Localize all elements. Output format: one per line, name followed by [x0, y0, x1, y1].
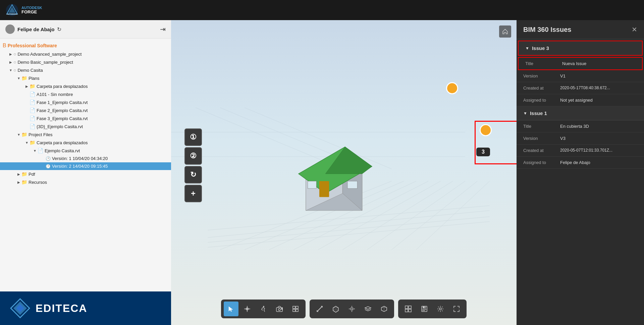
- grid-btn[interactable]: [401, 302, 416, 316]
- svg-line-20: [196, 108, 342, 169]
- explode-btn[interactable]: [344, 302, 359, 316]
- folder-project-files-icon: 📁: [21, 132, 27, 137]
- tree-item-fase3[interactable]: 📄 Fase 3_Ejemplo Casita.rvt: [0, 114, 171, 122]
- folder-recursos-icon: 📁: [21, 179, 27, 185]
- model-btn[interactable]: [377, 302, 391, 316]
- user-avatar: [5, 24, 15, 34]
- svg-rect-42: [296, 309, 298, 312]
- toolbar-btn-rotate[interactable]: ↻: [184, 166, 202, 183]
- fullscreen-btn[interactable]: [449, 302, 464, 316]
- save-view-btn[interactable]: [417, 302, 432, 316]
- issue-marker-3-container: 3: [480, 124, 492, 136]
- viewer-home-button[interactable]: [499, 25, 511, 38]
- issue-marker-3[interactable]: [480, 124, 492, 136]
- tree-item-demo-basic[interactable]: ▶ ○ Demo Basic_sample_project: [0, 58, 171, 66]
- fit-tool-btn[interactable]: [288, 302, 303, 316]
- editeca-label: EDITECA: [36, 302, 87, 315]
- issue-1-created-value: 2020-05-07T12:01:33.701Z...: [560, 148, 612, 153]
- icon-a101: 📄: [30, 92, 35, 97]
- svg-line-22: [245, 108, 391, 169]
- save-view-icon: [421, 305, 428, 313]
- label-carpeta2: Carpeta para desplazados: [37, 140, 88, 145]
- toolbar-btn-2-label: ②: [190, 152, 197, 160]
- icon-demo-basic: ○: [13, 59, 16, 65]
- viewer-bottom-toolbars: [221, 300, 467, 318]
- bottom-brand: EDITECA: [0, 291, 171, 325]
- tree-item-demo-advanced[interactable]: ▶ ○ Demo Advanced_sample_project: [0, 50, 171, 58]
- tree-item-a101[interactable]: 📄 A101 - Sin nombre: [0, 90, 171, 98]
- tree-item-carpeta1[interactable]: ▶ 📁 Carpeta para desplazados: [0, 82, 171, 90]
- tree-item-fase2[interactable]: 📄 Fase 2_Ejemplo Casita.rvt: [0, 106, 171, 114]
- pan-tool-icon: [244, 305, 251, 313]
- home-icon: [502, 28, 508, 35]
- svg-rect-30: [319, 181, 329, 197]
- toolbar-btn-1[interactable]: ①: [184, 128, 202, 146]
- issue-1-header[interactable]: ▼ Issue 1: [517, 106, 644, 120]
- issue-3-header[interactable]: ▼ Issue 3: [518, 41, 643, 56]
- bim-issues-panel: BIM 360 Issues ✕ ▼ Issue 3 Title Nueva I…: [517, 20, 644, 325]
- issue-1-title-label: Title: [523, 124, 560, 129]
- sidebar-content: B Professional Software ▶ ○ Demo Advance…: [0, 39, 171, 291]
- refresh-icon[interactable]: ↻: [57, 26, 61, 33]
- tree-item-carpeta2[interactable]: ▼ 📁 Carpeta para desplazados: [0, 139, 171, 147]
- tree-item-plans[interactable]: ▼ 📁 Plans: [0, 74, 171, 82]
- issue-3-created-value: 2020-05-17T08:40:38.672...: [560, 86, 610, 90]
- svg-rect-41: [293, 309, 295, 312]
- section-btn[interactable]: [328, 302, 343, 316]
- issue-marker-1[interactable]: [446, 82, 458, 94]
- label-carpeta1: Carpeta para desplazados: [37, 84, 88, 89]
- left-sidebar: Felipe de Abajo ↻ ⇥ B Professional Softw…: [0, 20, 171, 325]
- tree-item-version2[interactable]: 🕐 Versión: 2 14/04/20 09:15:45: [0, 162, 171, 170]
- issue-1-created-row: Created at 2020-05-07T12:01:33.701Z...: [517, 145, 644, 157]
- tree-item-3d[interactable]: 📄 {3D}_Ejemplo Casita.rvt: [0, 122, 171, 130]
- tree-item-ejemplo-casita[interactable]: ▼ 📄 Ejemplo Casita.rvt: [0, 147, 171, 155]
- layers-btn[interactable]: [361, 302, 375, 316]
- folder-carpeta1-icon: 📁: [30, 84, 35, 89]
- label-project-files: Project Files: [29, 132, 53, 137]
- walk-tool-icon: [260, 305, 267, 313]
- arrow-project-files: ▼: [16, 133, 21, 137]
- nav-toolbar-group: [221, 300, 306, 318]
- measure-btn[interactable]: [312, 302, 327, 316]
- folder-plans-icon: 📁: [21, 75, 27, 81]
- tree-item-demo-casita[interactable]: ▼ ○ Demo Casita: [0, 66, 171, 74]
- tree-item-project-files[interactable]: ▼ 📁 Project Files: [0, 130, 171, 139]
- toolbar-btn-add[interactable]: +: [184, 185, 202, 202]
- label-demo-basic: Demo Basic_sample_project: [17, 60, 73, 65]
- issue-1-title-value: En cubierta 3D: [560, 124, 589, 129]
- tree-item-version1[interactable]: 🕐 Versión: 1 10/04/20 04:34:20: [0, 155, 171, 162]
- svg-line-14: [391, 181, 477, 250]
- label-demo-casita: Demo Casita: [17, 68, 43, 73]
- fit-tool-icon: [292, 305, 299, 313]
- panel-close-button[interactable]: ✕: [632, 25, 637, 34]
- issue-3-created-label: Created at: [523, 86, 560, 91]
- label-fase2: Fase 2_Ejemplo Casita.rvt: [37, 108, 88, 113]
- grid-icon: [405, 305, 412, 313]
- icon-demo-advanced: ○: [13, 51, 16, 57]
- issue-1-title-row: Title En cubierta 3D: [517, 120, 644, 132]
- svg-point-57: [439, 308, 441, 310]
- tree-root-item[interactable]: B Professional Software: [0, 41, 171, 50]
- sidebar-header-left: Felipe de Abajo ↻: [5, 24, 61, 34]
- issue-1-assigned-row: Assigned to Felipe de Abajo: [517, 157, 644, 169]
- tree-item-pdf[interactable]: ▶ 📁 Pdf: [0, 170, 171, 178]
- issue-3-name: Issue 3: [532, 45, 549, 51]
- viewer-area[interactable]: 3 ① ② ↻ +: [171, 20, 517, 325]
- label-plans: Plans: [29, 76, 40, 81]
- select-tool-btn[interactable]: [224, 302, 238, 316]
- arrow-carpeta2: ▼: [24, 141, 30, 145]
- settings-btn[interactable]: [433, 302, 448, 316]
- walk-tool-btn[interactable]: [256, 302, 271, 316]
- panel-title: BIM 360 Issues: [523, 26, 571, 34]
- issue-3-assigned-row: Assigned to Not yet assigned: [517, 94, 644, 106]
- logout-icon[interactable]: ⇥: [160, 25, 166, 33]
- icon-3d: 📄: [30, 124, 35, 129]
- camera-tool-btn[interactable]: [272, 302, 287, 316]
- toolbar-btn-2[interactable]: ②: [184, 147, 202, 165]
- pan-tool-btn[interactable]: [240, 302, 255, 316]
- tree-item-recursos[interactable]: ▶ 📁 Recursos: [0, 178, 171, 186]
- tree-item-fase1[interactable]: 📄 Fase 1_Ejemplo Casita.rvt: [0, 98, 171, 106]
- root-label: Professional Software: [8, 43, 57, 48]
- svg-rect-40: [296, 306, 298, 309]
- issue-3-created-row: Created at 2020-05-17T08:40:38.672...: [517, 82, 644, 94]
